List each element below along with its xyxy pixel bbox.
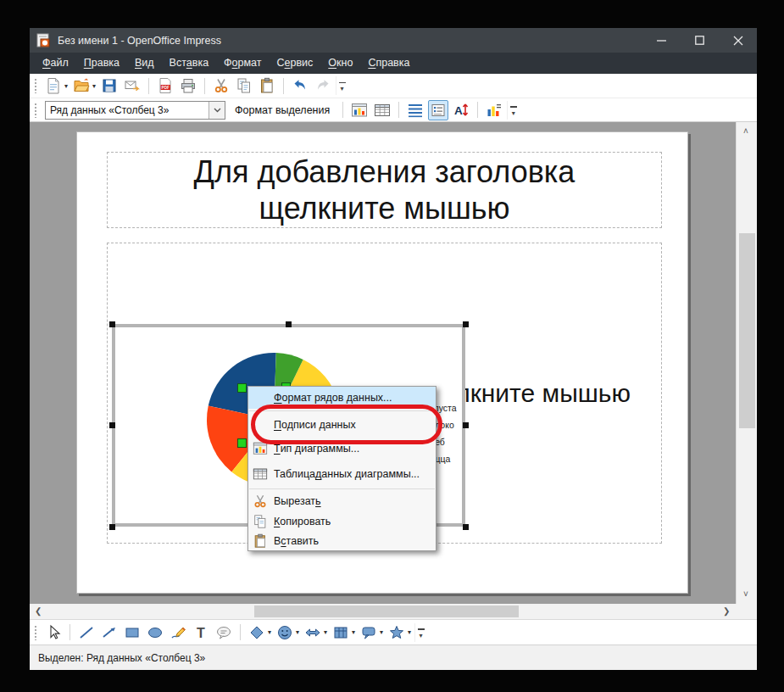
select-tool-button[interactable] bbox=[43, 622, 64, 643]
chevron-down-icon[interactable] bbox=[209, 102, 225, 119]
menu-edit[interactable]: Правка bbox=[76, 53, 127, 74]
maximize-button[interactable] bbox=[681, 28, 719, 53]
open-dropdown-caret[interactable]: ▾ bbox=[92, 82, 96, 90]
chart-element-selector[interactable]: Ряд данных «Столбец 3» bbox=[45, 101, 225, 120]
format-selection-button[interactable]: Формат выделения bbox=[228, 102, 336, 119]
chart-element-selector-value: Ряд данных «Столбец 3» bbox=[46, 104, 209, 116]
text-scale-button[interactable]: A bbox=[451, 100, 471, 120]
copy-button[interactable] bbox=[234, 75, 254, 96]
scroll-left-icon[interactable]: ❮ bbox=[35, 607, 42, 616]
series-selection-handle[interactable] bbox=[237, 438, 247, 448]
menu-insert[interactable]: Вставка bbox=[162, 53, 216, 74]
resize-handle-top-left[interactable] bbox=[109, 321, 115, 327]
open-button[interactable] bbox=[71, 75, 92, 96]
context-menu-item-paste[interactable]: Вставить bbox=[248, 532, 436, 550]
chart-elements-button[interactable] bbox=[484, 100, 504, 120]
toolbar-separator bbox=[283, 78, 284, 94]
toolbar-overflow-button[interactable]: ▾ bbox=[414, 623, 426, 642]
vertical-scrollbar[interactable]: ˄ ˅ bbox=[736, 122, 757, 604]
toolbar-grip[interactable] bbox=[34, 103, 38, 118]
block-arrows-caret[interactable]: ▾ bbox=[324, 628, 327, 636]
save-button[interactable] bbox=[99, 75, 120, 96]
block-arrows-button[interactable] bbox=[303, 622, 323, 643]
undo-button[interactable] bbox=[290, 75, 310, 96]
ellipse-tool-button[interactable] bbox=[145, 622, 165, 643]
toolbar-overflow-button[interactable]: ▾ bbox=[336, 76, 348, 95]
scroll-right-icon[interactable]: ❯ bbox=[723, 607, 730, 616]
resize-handle-bottom-left[interactable] bbox=[109, 524, 115, 530]
context-menu: Формат рядов данных... Подписи данных Ти… bbox=[247, 386, 436, 551]
toolbar-grip[interactable] bbox=[34, 78, 38, 93]
toolbar-separator bbox=[477, 102, 478, 118]
new-document-button[interactable] bbox=[43, 75, 64, 96]
legend-toggle-button[interactable] bbox=[428, 100, 448, 120]
toolbar-separator bbox=[342, 102, 343, 118]
email-button[interactable] bbox=[122, 75, 142, 96]
svg-text:PDF: PDF bbox=[162, 86, 170, 90]
menu-tools[interactable]: Сервис bbox=[270, 53, 321, 74]
rectangle-tool-button[interactable] bbox=[122, 622, 142, 643]
symbol-shapes-button[interactable] bbox=[275, 622, 295, 643]
arrow-tool-button[interactable] bbox=[99, 622, 120, 643]
resize-handle-bottom-right[interactable] bbox=[463, 524, 469, 530]
context-menu-item-chart-type[interactable]: Тип диаграммы... bbox=[248, 436, 436, 461]
horizontal-scroll-thumb[interactable] bbox=[254, 606, 519, 617]
chart-type-icon bbox=[253, 441, 268, 456]
menu-file[interactable]: Файл bbox=[35, 53, 76, 74]
context-menu-item-cut[interactable]: Вырезать bbox=[248, 491, 436, 511]
cut-button[interactable] bbox=[211, 75, 231, 96]
flowchart-caret[interactable]: ▾ bbox=[352, 628, 355, 636]
menu-help[interactable]: Справка bbox=[360, 53, 417, 74]
chart-type-button[interactable] bbox=[349, 100, 370, 120]
basic-shapes-button[interactable] bbox=[247, 622, 267, 643]
vertical-scroll-thumb[interactable] bbox=[739, 233, 755, 428]
series-selection-handle[interactable] bbox=[237, 383, 247, 393]
cut-icon bbox=[253, 494, 268, 509]
callout-tool-button[interactable] bbox=[214, 622, 234, 643]
toolbar-overflow-button[interactable]: ▾ bbox=[507, 101, 519, 120]
text-tool-button[interactable]: T bbox=[191, 622, 211, 643]
resize-handle-middle-left[interactable] bbox=[109, 422, 115, 428]
flowchart-button[interactable] bbox=[331, 622, 351, 643]
svg-text:A: A bbox=[454, 104, 463, 117]
scroll-down-icon[interactable]: ˅ bbox=[743, 590, 748, 599]
toolbar-grip[interactable] bbox=[34, 625, 38, 640]
window-title: Без имени 1 - OpenOffice Impress bbox=[58, 35, 221, 47]
close-button[interactable] bbox=[719, 28, 757, 53]
toolbar-separator bbox=[70, 624, 70, 640]
line-tool-button[interactable] bbox=[76, 622, 97, 643]
menu-window[interactable]: Окно bbox=[320, 53, 360, 74]
impress-app-icon bbox=[36, 33, 51, 47]
symbol-shapes-caret[interactable]: ▾ bbox=[296, 628, 299, 636]
data-table-icon bbox=[253, 466, 268, 482]
context-menu-item-data-labels[interactable]: Подписи данных bbox=[248, 413, 436, 436]
context-menu-separator bbox=[249, 410, 435, 411]
toolbar-separator bbox=[240, 624, 241, 640]
resize-handle-top-middle[interactable] bbox=[286, 321, 292, 327]
scrollbar-corner bbox=[736, 604, 757, 619]
horizontal-scrollbar[interactable]: ❮ ❯ bbox=[30, 604, 736, 619]
chart-data-table-button[interactable] bbox=[372, 100, 392, 120]
callouts-button[interactable] bbox=[359, 622, 379, 643]
stars-caret[interactable]: ▾ bbox=[408, 628, 411, 636]
context-menu-item-copy[interactable]: Копировать bbox=[248, 511, 436, 532]
print-button[interactable] bbox=[178, 75, 198, 96]
scroll-up-icon[interactable]: ˄ bbox=[743, 127, 748, 136]
redo-button[interactable] bbox=[313, 75, 333, 96]
menu-view[interactable]: Вид bbox=[127, 53, 162, 74]
menu-format[interactable]: Формат bbox=[216, 53, 269, 74]
title-placeholder[interactable]: Для добавления заголовка щелкните мышью bbox=[107, 152, 662, 228]
resize-handle-middle-right[interactable] bbox=[463, 422, 469, 428]
callouts-caret[interactable]: ▾ bbox=[380, 628, 383, 636]
export-pdf-button[interactable]: PDF bbox=[155, 75, 175, 96]
basic-shapes-caret[interactable]: ▾ bbox=[268, 628, 271, 636]
freeform-line-tool-button[interactable] bbox=[168, 622, 188, 643]
resize-handle-top-right[interactable] bbox=[463, 321, 469, 327]
paste-button[interactable] bbox=[257, 75, 277, 96]
minimize-button[interactable] bbox=[642, 28, 681, 53]
new-dropdown-caret[interactable]: ▾ bbox=[64, 82, 68, 90]
context-menu-item-chart-data-table[interactable]: Таблица данных диаграммы... bbox=[248, 461, 436, 487]
context-menu-item-format-data-series[interactable]: Формат рядов данных... bbox=[248, 387, 436, 409]
stars-button[interactable] bbox=[386, 622, 407, 643]
horizontal-grids-button[interactable] bbox=[405, 100, 425, 120]
